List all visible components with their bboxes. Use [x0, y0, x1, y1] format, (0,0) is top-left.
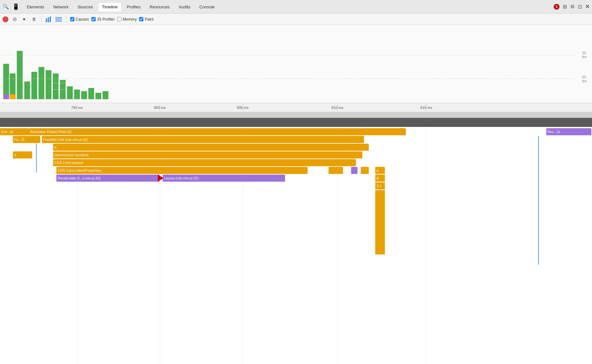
tab-resources[interactable]: Resources: [146, 2, 174, 11]
flame-small-2[interactable]: [361, 167, 369, 174]
svg-rect-19: [74, 90, 80, 99]
flame-zv[interactable]: Z.v: [375, 182, 385, 189]
overview-area[interactable]: 30 fps 60 fps 795 ms 800 ms 805 ms 810 m…: [0, 25, 592, 112]
stop-button[interactable]: ⊘: [11, 16, 18, 23]
svg-rect-15: [46, 70, 52, 99]
timeline-content: 30 fps 60 fps 795 ms 800 ms 805 ms 810 m…: [0, 25, 592, 364]
svg-rect-5: [55, 20, 62, 20]
record-button[interactable]: [3, 16, 8, 22]
separator-2: [66, 16, 66, 23]
flame-collect-properties[interactable]: CDS.Card.collectProperties_: [56, 167, 308, 174]
svg-rect-1: [48, 17, 49, 22]
tab-profiles[interactable]: Profiles: [122, 2, 145, 11]
device-icon[interactable]: 📱: [12, 3, 19, 10]
delete-button[interactable]: 🗑: [30, 16, 37, 23]
flame-cds-card-expand[interactable]: CDS.Card.expand: [53, 159, 356, 166]
memory-checkbox-label[interactable]: Memory: [117, 17, 137, 22]
tab-console[interactable]: Console: [195, 2, 219, 11]
svg-rect-12: [24, 81, 30, 99]
tab-elements[interactable]: Elements: [23, 2, 48, 11]
svg-rect-6: [55, 21, 62, 22]
close-icon[interactable]: ✕: [585, 4, 589, 10]
fps-30-label: 30 fps: [582, 51, 587, 59]
paint-checkbox[interactable]: [139, 17, 143, 21]
svg-rect-7: [3, 64, 9, 99]
svg-rect-11: [10, 94, 15, 99]
filter-button[interactable]: ▼: [21, 16, 28, 23]
causes-checkbox-label[interactable]: Causes: [70, 17, 89, 22]
memory-label: Memory: [123, 17, 137, 22]
svg-rect-22: [95, 93, 101, 99]
flame-blue-line: [36, 144, 37, 173]
flame-eve-k[interactable]: Eve...k): [0, 128, 29, 135]
bar-chart-icon[interactable]: [45, 16, 53, 23]
memory-checkbox[interactable]: [117, 17, 121, 21]
flame-recalculate-style[interactable]: Recalculate S...s.min.js:32): [56, 175, 159, 182]
flame-small-purple[interactable]: [351, 167, 358, 174]
flame-dollar[interactable]: $: [375, 175, 385, 182]
svg-rect-18: [67, 86, 73, 99]
flame-layout[interactable]: Layout (cds.min.js:32): [163, 175, 285, 182]
search-icon[interactable]: 🔍: [3, 4, 9, 10]
js-profiler-label: JS Profiler: [97, 17, 115, 22]
tab-network[interactable]: Network: [49, 2, 73, 11]
grid-line-795: [77, 103, 77, 112]
flame-rec-2[interactable]: Rec...2): [546, 128, 591, 135]
svg-rect-16: [53, 73, 59, 99]
svg-rect-0: [46, 18, 47, 22]
svg-rect-2: [50, 16, 51, 22]
grid-line-805: [243, 103, 243, 112]
grid-line-815: [426, 103, 426, 112]
causes-label: Causes: [76, 17, 89, 22]
flame-d[interactable]: d: [13, 151, 32, 158]
overview-chart: [0, 32, 576, 102]
flame-grid-815: [426, 127, 426, 364]
js-profiler-checkbox[interactable]: [91, 17, 96, 21]
svg-rect-21: [88, 88, 94, 99]
error-count-badge: 5: [554, 4, 559, 10]
flame-fu-2[interactable]: Fu...2): [13, 136, 40, 143]
devtools-tabs: 🔍 📱 Elements Network Sources Timeline Pr…: [0, 0, 592, 14]
svg-rect-13: [31, 72, 37, 99]
tall-blue-line: [538, 136, 539, 265]
grid-line-800: [160, 103, 160, 112]
paint-label: Paint: [145, 17, 153, 22]
svg-rect-3: [55, 17, 62, 18]
svg-rect-14: [39, 67, 44, 99]
fps-60-label: 60 fps: [582, 75, 587, 83]
flame-anonymous[interactable]: (anonymous function): [53, 151, 362, 158]
tab-audits[interactable]: Audits: [175, 2, 195, 11]
console-drawer-icon[interactable]: ⊞: [563, 4, 567, 10]
separator-bar: [0, 112, 592, 118]
flame-chart-icon[interactable]: [55, 16, 62, 23]
flame-tall-column[interactable]: [375, 190, 385, 254]
flame-chart-header: [0, 118, 592, 127]
svg-rect-23: [102, 91, 108, 99]
paint-checkbox-label[interactable]: Paint: [139, 17, 153, 22]
flame-chart-body[interactable]: Eve...k) Animation Frame Fired (2) Rec..…: [0, 127, 592, 364]
devtools-right-icons: 5 ⊞ ⚙ ⊡ ✕: [554, 4, 589, 10]
flame-small-1[interactable]: [329, 167, 343, 174]
dock-icon[interactable]: ⊡: [578, 4, 582, 10]
flame-a-row2[interactable]: a: [53, 144, 369, 151]
tab-timeline[interactable]: Timeline: [98, 2, 122, 11]
js-profiler-checkbox-label[interactable]: JS Profiler: [91, 17, 115, 22]
timeline-toolbar: ⊘ ▼ 🗑 Causes JS Profiler Memory Paint: [0, 14, 592, 25]
grid-line-810: [338, 103, 338, 112]
svg-rect-9: [17, 51, 23, 99]
flame-animation-frame[interactable]: Animation Frame Fired (2): [29, 128, 406, 135]
settings-icon[interactable]: ⚙: [570, 4, 575, 10]
separator-1: [41, 16, 42, 23]
svg-rect-4: [55, 18, 62, 19]
flame-function-call[interactable]: Function Call (cds.min.js:32): [42, 136, 364, 143]
tab-sources[interactable]: Sources: [73, 2, 97, 11]
flame-a-right[interactable]: a: [375, 167, 385, 174]
svg-rect-20: [81, 91, 87, 99]
time-ruler: 795 ms 800 ms 805 ms 810 ms 815 ms: [0, 103, 592, 112]
svg-rect-10: [3, 94, 9, 99]
causes-checkbox[interactable]: [70, 17, 74, 21]
